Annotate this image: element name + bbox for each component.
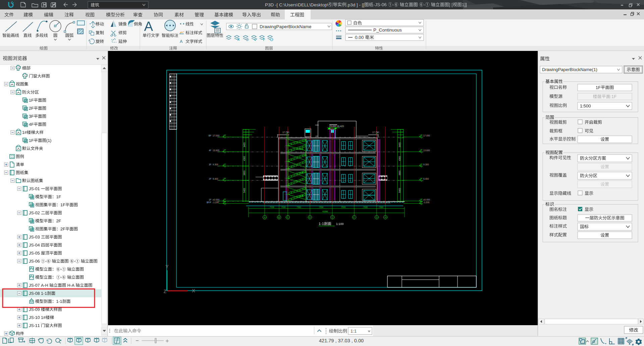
svg-text:BF/F: BF/F: [207, 201, 211, 204]
svg-text:5400: 5400: [398, 188, 401, 193]
svg-text:17.000: 17.000: [423, 134, 430, 137]
svg-text:BF: BF: [209, 134, 211, 137]
svg-text:.p3d ] - [[: .p3d ] - [[: [346, 2, 365, 7]
svg-text:421.79 , 37.03 , 0.00: 421.79 , 37.03 , 0.00: [319, 338, 364, 343]
svg-text:0.00: 0.00: [355, 35, 364, 40]
svg-text:4F: 4F: [209, 149, 211, 152]
svg-text:1:1: 1:1: [351, 329, 357, 334]
svg-text:4300: 4300: [243, 156, 246, 161]
svg-text:13.600: 13.600: [213, 149, 219, 152]
svg-text:-1.200: -1.200: [213, 201, 219, 204]
svg-text:1F: 1F: [209, 198, 211, 201]
svg-text:15.430: 15.430: [329, 125, 336, 127]
svg-text:3400: 3400: [243, 142, 246, 147]
svg-text:2F: 2F: [209, 178, 211, 180]
svg-text:17.750: 17.750: [282, 131, 289, 133]
svg-text:5400: 5400: [243, 188, 246, 193]
svg-text:13.600: 13.600: [423, 149, 430, 152]
svg-text:±0.000: ±0.000: [423, 198, 430, 201]
svg-text:3900: 3900: [398, 170, 401, 175]
svg-text:9.300: 9.300: [423, 163, 429, 166]
svg-text:P_Continuous: P_Continuous: [373, 27, 402, 33]
svg-text:16.420: 16.420: [337, 125, 344, 127]
svg-text:-1.200: -1.200: [423, 201, 430, 204]
svg-text:17.000: 17.000: [213, 134, 219, 137]
svg-text:4300: 4300: [398, 156, 401, 161]
svg-text:9.300: 9.300: [213, 163, 218, 166]
svg-text:DrawingPaperBlockName: DrawingPaperBlockName: [260, 24, 312, 29]
svg-text:5.400: 5.400: [423, 178, 429, 180]
svg-text:P3D -[ C:\Users\DELL\Desktop\: P3D -[ C:\Users\DELL\Desktop\: [265, 2, 328, 7]
svg-text:±0.000: ±0.000: [213, 198, 219, 201]
svg-text:DrawingPaperBlockName(1): DrawingPaperBlockName(1): [542, 67, 597, 72]
svg-text:5.400: 5.400: [213, 178, 218, 180]
svg-text:17.750: 17.750: [372, 131, 379, 133]
svg-text:3900: 3900: [243, 170, 246, 175]
svg-text:3F: 3F: [209, 163, 211, 166]
svg-text:3400: 3400: [398, 142, 401, 147]
